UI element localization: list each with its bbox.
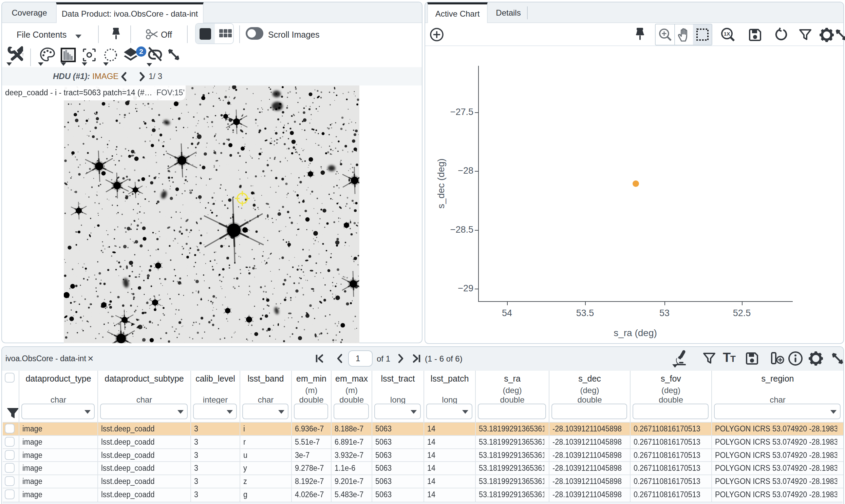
- svg-text:T: T: [723, 350, 730, 365]
- svg-text:T: T: [730, 354, 736, 364]
- svg-text:1X: 1X: [724, 31, 730, 37]
